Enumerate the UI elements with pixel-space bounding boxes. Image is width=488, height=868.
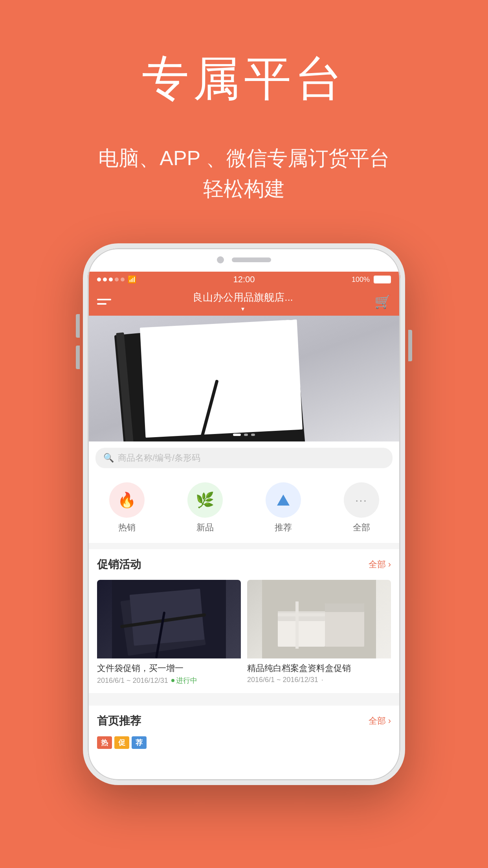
signal-indicator [97, 278, 125, 281]
recommend-more-button[interactable]: 全部 › [369, 715, 391, 727]
main-title: 专属平台 [98, 47, 390, 111]
promo-section: 促销活动 全部 › [88, 549, 400, 693]
recommend-section-header: 首页推荐 全部 › [97, 714, 391, 728]
signal-dot-3 [109, 278, 113, 281]
banner-dot-3 [251, 434, 255, 436]
status-time: 12:00 [233, 274, 255, 285]
category-all[interactable]: ··· 全部 [344, 482, 379, 533]
store-name-text: 良山办公用品旗舰店... [193, 291, 293, 304]
signal-dot-2 [103, 278, 107, 281]
status-bar-right: 100% [352, 276, 391, 284]
svg-marker-5 [277, 495, 290, 506]
category-new-label: 新品 [196, 522, 214, 533]
category-section: 🔥 热销 🌿 新品 [88, 474, 400, 543]
svg-rect-1 [140, 320, 303, 438]
banner-dot-1 [233, 434, 241, 436]
battery-percent: 100% [352, 276, 370, 284]
promo-section-header: 促销活动 全部 › [97, 557, 391, 572]
category-all-label: 全部 [353, 522, 370, 533]
svg-rect-16 [295, 601, 299, 649]
promo-card-1[interactable]: 文件袋促销，买一增一 2016/6/1 ~ 2016/12/31 进行中 [97, 580, 241, 685]
recommend-section-title: 首页推荐 [97, 714, 141, 728]
promo-status-2: · [321, 676, 323, 684]
recommend-section: 首页推荐 全部 › 热 促 荐 [88, 706, 400, 757]
active-dot-1 [171, 679, 174, 682]
banner-indicators [233, 434, 255, 436]
promo-status-1: 进行中 [171, 676, 197, 685]
signal-dot-4 [115, 278, 119, 281]
battery-indicator [374, 276, 391, 283]
category-recommend-label: 推荐 [275, 522, 292, 533]
store-name-arrow: ▾ [241, 305, 244, 313]
recommend-more-label: 全部 [369, 715, 386, 727]
product-tags: 热 促 荐 [97, 736, 391, 749]
status-bar-left: 📶 [97, 275, 136, 284]
signal-dot-5 [121, 278, 125, 281]
recommend-triangle-icon [275, 492, 291, 508]
all-icon: ··· [355, 493, 367, 507]
battery-bar [374, 276, 391, 283]
banner-image [88, 316, 400, 441]
promo-date-2: 2016/6/1 ~ 2016/12/31 · [247, 676, 391, 684]
power-button [408, 330, 412, 361]
search-bar[interactable]: 🔍 商品名称/编号/条形码 [95, 448, 393, 468]
category-all-circle: ··· [344, 482, 379, 518]
phone-top-bezel [88, 248, 400, 272]
section-divider-2 [88, 693, 400, 699]
phone-speaker [232, 257, 271, 262]
promo-grid: 文件袋促销，买一增一 2016/6/1 ~ 2016/12/31 进行中 [97, 580, 391, 685]
cart-icon[interactable]: 🛒 [374, 294, 391, 309]
promo-section-title: 促销活动 [97, 557, 141, 572]
page-wrapper: 专属平台 电脑、APP 、微信专属订货平台 轻松构建 [0, 0, 488, 868]
sub-title-line2: 轻松构建 [203, 177, 285, 200]
promo-image-1 [97, 580, 241, 658]
promo-more-button[interactable]: 全部 › [369, 559, 391, 570]
menu-line-1 [97, 299, 111, 300]
category-hot-label: 热销 [118, 522, 136, 533]
search-section: 🔍 商品名称/编号/条形码 [88, 441, 400, 474]
tag-promo: 促 [114, 736, 129, 749]
battery-fill [374, 276, 390, 283]
banner[interactable] [88, 316, 400, 441]
search-placeholder-text: 商品名称/编号/条形码 [118, 452, 200, 464]
tag-hot: 热 [97, 736, 112, 749]
phone-screen: 📶 12:00 100% [88, 272, 400, 757]
new-icon: 🌿 [196, 491, 214, 509]
category-hot-circle: 🔥 [109, 482, 145, 518]
banner-dot-2 [244, 434, 248, 436]
category-recommend[interactable]: 推荐 [266, 482, 301, 533]
promo-more-label: 全部 [369, 559, 386, 570]
hot-icon: 🔥 [117, 491, 136, 509]
app-header: 良山办公用品旗舰店... ▾ 🛒 [88, 287, 400, 316]
category-new[interactable]: 🌿 新品 [187, 482, 223, 533]
category-new-circle: 🌿 [187, 482, 223, 518]
volume-down-button [76, 346, 80, 369]
promo-card-2[interactable]: 精品纯白档案盒资料盒促销 2016/6/1 ~ 2016/12/31 · [247, 580, 391, 685]
phone-frame: 📶 12:00 100% [83, 243, 405, 785]
phone-container: 📶 12:00 100% [83, 243, 405, 785]
header-section: 专属平台 电脑、APP 、微信专属订货平台 轻松构建 [98, 0, 390, 228]
search-icon: 🔍 [103, 453, 114, 463]
promo-name-2: 精品纯白档案盒资料盒促销 [247, 662, 391, 674]
recommend-more-chevron: › [388, 716, 391, 726]
category-recommend-circle [266, 482, 301, 518]
promo-date-1: 2016/6/1 ~ 2016/12/31 进行中 [97, 676, 241, 685]
sub-title-line1: 电脑、APP 、微信专属订货平台 [98, 147, 390, 169]
section-divider-1 [88, 543, 400, 549]
front-camera [217, 256, 224, 263]
volume-up-button [76, 314, 80, 338]
category-hot[interactable]: 🔥 热销 [109, 482, 145, 533]
svg-rect-17 [278, 613, 325, 616]
sub-title: 电脑、APP 、微信专属订货平台 轻松构建 [98, 143, 390, 204]
promo-image-2 [247, 580, 391, 658]
signal-dot-1 [97, 278, 101, 281]
menu-line-2 [97, 303, 106, 305]
store-name-header[interactable]: 良山办公用品旗舰店... ▾ [193, 291, 293, 313]
status-bar: 📶 12:00 100% [88, 272, 400, 287]
tag-recommend: 荐 [132, 736, 147, 749]
hamburger-menu-icon[interactable] [97, 299, 111, 305]
wifi-icon: 📶 [128, 275, 136, 284]
svg-rect-15 [325, 603, 364, 612]
promo-more-chevron: › [388, 559, 391, 570]
phone-bottom-bezel [88, 757, 400, 780]
